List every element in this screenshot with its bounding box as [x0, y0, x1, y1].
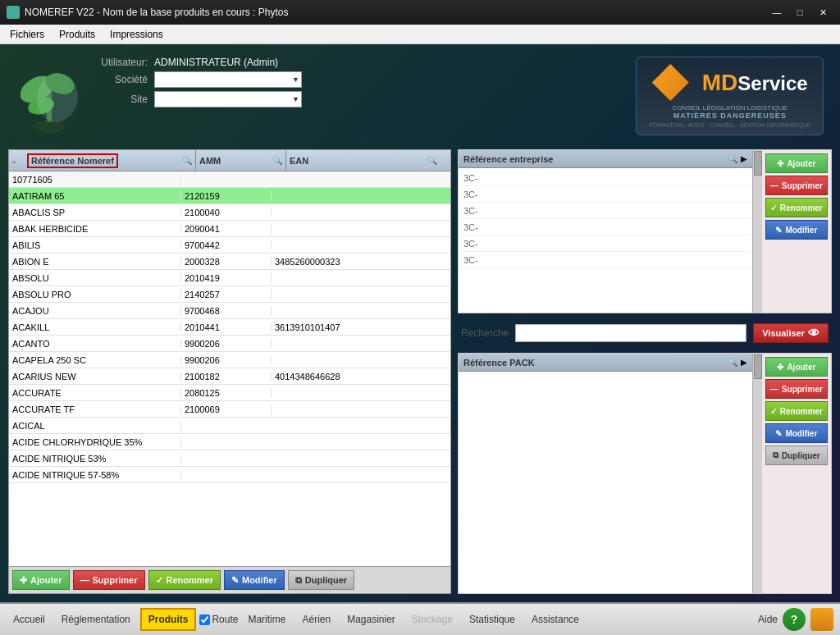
col-amm-label: AMM [199, 156, 221, 166]
utilisateur-row: Utilisateur: ADMINISTRATEUR (Admin) [90, 57, 302, 68]
table-row[interactable]: ABACLIS SP2100040 [9, 204, 450, 221]
table-row[interactable]: AATIRAM 652120159 [9, 188, 450, 204]
edit-icon: ✎ [231, 575, 239, 586]
site-dropdown[interactable]: ▼ [154, 91, 302, 107]
table-row[interactable]: ACIDE NITRIQUE 57-58% [9, 467, 450, 483]
aide-button[interactable]: ? [783, 608, 806, 631]
ref-entreprise-row[interactable]: 3C- [460, 186, 751, 203]
nav-left: Accueil Réglementation Produits Route Ma… [7, 608, 586, 631]
table-row[interactable]: ACCURATE2080125 [9, 385, 450, 401]
ref-entreprise-row[interactable]: 3C- [460, 203, 751, 219]
delete-icon: — [80, 575, 89, 585]
window-title: NOMEREF V22 - Nom de la base produits en… [25, 7, 288, 18]
add-product-button[interactable]: ✚ Ajouter [12, 570, 70, 590]
cell-ref: ABACLIS SP [9, 208, 181, 217]
table-row[interactable]: ABAK HERBICIDE2090041 [9, 221, 450, 237]
table-row[interactable]: ACIDE CHLORHYDRIQUE 35% [9, 434, 450, 450]
product-table-body[interactable]: 10771605AATIRAM 652120159ABACLIS SP21000… [9, 171, 450, 566]
delete-ref-entreprise-button[interactable]: — Supprimer [765, 176, 828, 195]
nav-accueil[interactable]: Accueil [7, 608, 52, 631]
titlebar-controls: — □ ✕ [766, 4, 833, 21]
cell-amm: 2100069 [181, 404, 272, 414]
search-input[interactable] [515, 324, 746, 342]
add-ref-pack-button[interactable]: ✚ Ajouter [765, 357, 828, 377]
cell-amm: 9700442 [181, 240, 272, 250]
table-row[interactable]: ACCURATE TF2100069 [9, 401, 450, 418]
table-row[interactable]: ACAKILL20104413613910101407 [9, 319, 450, 336]
close-button[interactable]: ✕ [812, 4, 833, 21]
visualise-button[interactable]: Visualiser 👁 [753, 323, 829, 343]
add-ref-entreprise-button[interactable]: ✚ Ajouter [765, 153, 828, 173]
nav-stockage[interactable]: Stockage [405, 608, 459, 631]
ref-pack-scrollbar[interactable] [752, 354, 762, 593]
societe-dropdown[interactable]: ▼ [154, 71, 302, 88]
cell-amm: 9900206 [181, 355, 272, 365]
ref-entreprise-row[interactable]: 3C- [460, 235, 751, 252]
table-row[interactable]: ABSOLU PRO2140257 [9, 286, 450, 303]
duplicate-ref-pack-button[interactable]: ⧉ Dupliquer [765, 445, 828, 465]
table-row[interactable]: ACIDE NITRIQUE 53% [9, 450, 450, 467]
ref-entreprise-expand-icon[interactable]: ▶ [741, 154, 747, 163]
ref-pack-search-icon[interactable]: 🔍 [728, 358, 737, 367]
delete-icon: — [770, 181, 778, 190]
nav-maritime[interactable]: Maritime [241, 608, 292, 631]
nav-route-checkbox[interactable]: Route [199, 614, 238, 625]
duplicate-product-button[interactable]: ⧉ Dupliquer [288, 570, 354, 590]
eye-icon: 👁 [808, 327, 819, 340]
logo-subtitle1: CONSEIL LÉGISLATION LOGISTIQUE [673, 104, 788, 112]
table-row[interactable]: ACAJOU9700468 [9, 303, 450, 319]
col-ean-label: EAN [290, 156, 308, 166]
minimize-button[interactable]: — [766, 4, 788, 21]
nav-aerien[interactable]: Aérien [295, 608, 337, 631]
edit-product-button[interactable]: ✎ Modifier [224, 570, 285, 590]
ref-entreprise-row[interactable]: 3C- [460, 219, 751, 235]
cell-ref: ACIDE NITRIQUE 53% [9, 454, 181, 464]
nav-statistique[interactable]: Statistique [463, 608, 522, 631]
delete-product-button[interactable]: — Supprimer [73, 570, 145, 590]
product-list-panel: ⌄ Référence Nomeref 🔍 AMM 🔍 EAN 🔍 107 [8, 149, 451, 594]
amm-search-icon[interactable]: 🔍 [272, 156, 282, 165]
site-row: Site ▼ [90, 91, 302, 107]
table-row[interactable]: ACANTO9900206 [9, 336, 450, 352]
rename-ref-pack-button[interactable]: ✓ Renommer [765, 401, 828, 421]
ref-pack-expand-icon[interactable]: ▶ [741, 358, 747, 367]
ref-entreprise-section: Référence entreprise 🔍 ▶ 3C-3C-3C-3C-3C-… [458, 149, 832, 313]
menu-impressions[interactable]: Impressions [103, 27, 170, 42]
nav-assistance[interactable]: Assistance [525, 608, 586, 631]
ref-pack-body[interactable] [459, 372, 752, 593]
menu-fichiers[interactable]: Fichiers [3, 27, 51, 42]
delete-ref-pack-button[interactable]: — Supprimer [765, 379, 828, 399]
edit-ref-pack-button[interactable]: ✎ Modifier [765, 423, 828, 443]
cell-amm: 2010419 [181, 273, 272, 283]
ref-entreprise-header: Référence entreprise 🔍 ▶ [459, 150, 752, 168]
ref-entreprise-row[interactable]: 3C- [460, 252, 751, 268]
nav-produits[interactable]: Produits [140, 608, 197, 631]
rename-product-button[interactable]: ✓ Renommer [148, 570, 221, 590]
menu-produits[interactable]: Produits [52, 27, 102, 42]
utilisateur-label: Utilisateur: [90, 57, 148, 68]
table-row[interactable]: ACAPELA 250 SC9900206 [9, 352, 450, 368]
nav-reglementation[interactable]: Réglementation [55, 608, 137, 631]
table-row[interactable]: ACICAL [9, 418, 450, 434]
cell-amm: 2000328 [181, 257, 272, 267]
nav-orange-button[interactable] [810, 608, 833, 631]
table-row[interactable]: 10771605 [9, 171, 450, 188]
ean-search-icon[interactable]: 🔍 [427, 156, 437, 165]
col-ref-header: Référence Nomeref 🔍 [24, 150, 196, 171]
edit-ref-entreprise-button[interactable]: ✎ Modifier [765, 220, 828, 240]
app-area: Utilisateur: ADMINISTRATEUR (Admin) Soci… [0, 44, 840, 602]
table-row[interactable]: ACARIUS NEW21001824014348646628 [9, 368, 450, 385]
ref-entreprise-scrollbar[interactable] [752, 150, 762, 313]
table-row[interactable]: ABSOLU2010419 [9, 270, 450, 286]
ref-entreprise-body[interactable]: 3C-3C-3C-3C-3C-3C- [459, 168, 752, 313]
ref-entreprise-search-icon[interactable]: 🔍 [728, 154, 737, 163]
ref-search-icon[interactable]: 🔍 [182, 156, 192, 165]
maximize-button[interactable]: □ [789, 4, 810, 21]
rename-ref-entreprise-button[interactable]: ✓ Renommer [765, 198, 828, 217]
route-checkbox-input[interactable] [199, 614, 210, 625]
table-row[interactable]: ABION E20003283485260000323 [9, 254, 450, 270]
nav-magasinier[interactable]: Magasinier [340, 608, 402, 631]
ref-entreprise-list: Référence entreprise 🔍 ▶ 3C-3C-3C-3C-3C-… [459, 150, 752, 313]
table-row[interactable]: ABILIS9700442 [9, 237, 450, 254]
ref-entreprise-row[interactable]: 3C- [460, 170, 751, 186]
